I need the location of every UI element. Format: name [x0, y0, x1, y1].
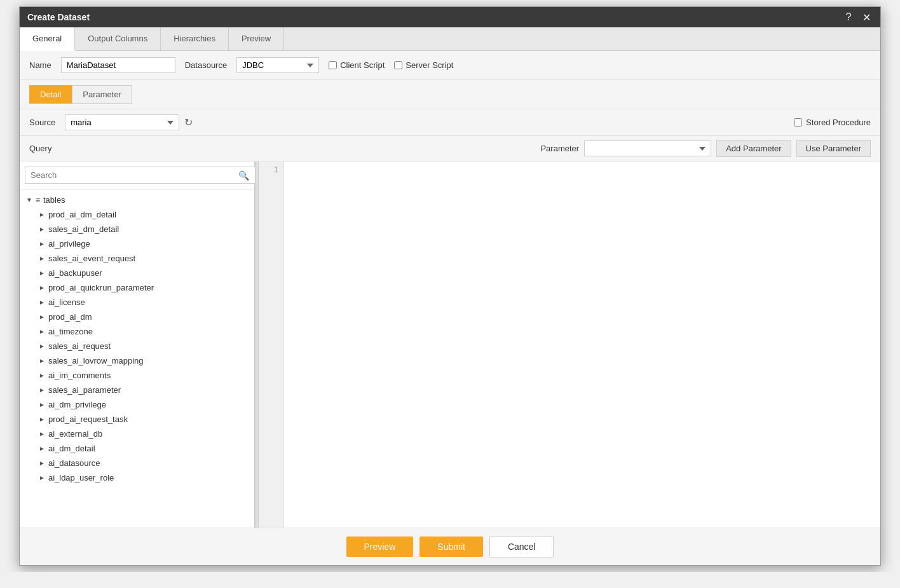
tabs-bar: General Output Columns Hierarchies Previ… — [20, 27, 880, 51]
chevron-right-icon: ► — [39, 445, 45, 452]
refresh-button[interactable]: ↻ — [184, 116, 193, 128]
list-item[interactable]: ►ai_dm_detail — [32, 441, 254, 456]
list-item[interactable]: ►sales_ai_lovrow_mapping — [32, 353, 254, 368]
sub-tab-parameter[interactable]: Parameter — [72, 85, 132, 104]
parameter-label: Parameter — [540, 144, 579, 153]
source-select[interactable]: maria — [65, 114, 179, 130]
footer: Preview Submit Cancel — [20, 528, 880, 565]
chevron-right-icon: ► — [39, 284, 45, 291]
list-item[interactable]: ►ai_datasource — [32, 456, 254, 470]
list-item[interactable]: ►ai_timezone — [32, 324, 254, 339]
chevron-right-icon: ► — [39, 270, 45, 277]
list-item[interactable]: ►ai_im_comments — [32, 368, 254, 383]
list-item[interactable]: ►prod_ai_request_task — [32, 412, 254, 427]
search-input[interactable] — [25, 167, 256, 184]
chevron-right-icon: ► — [39, 401, 45, 408]
close-button[interactable]: ✕ — [860, 11, 873, 24]
right-panel: 1 — [259, 161, 880, 528]
line-numbers: 1 — [259, 161, 284, 528]
chevron-right-icon: ► — [39, 313, 45, 320]
chevron-right-icon: ► — [39, 357, 45, 364]
datasource-label: Datasource — [185, 60, 227, 70]
left-panel: 🔍 ▼ ≡ tables ►prod_ai_dm_detail ►sales_a… — [20, 161, 255, 528]
line-number-1: 1 — [259, 165, 278, 174]
chevron-right-icon: ► — [39, 211, 45, 218]
list-item[interactable]: ►sales_ai_dm_detail — [32, 222, 254, 236]
server-script-checkbox-label[interactable]: Server Script — [394, 60, 453, 70]
list-item[interactable]: ►sales_ai_event_request — [32, 251, 254, 266]
tab-hierarchies[interactable]: Hierarchies — [161, 27, 229, 50]
chevron-right-icon: ► — [39, 430, 45, 437]
list-item[interactable]: ►ai_privilege — [32, 236, 254, 251]
search-box: 🔍 — [20, 161, 254, 189]
list-item[interactable]: ►prod_ai_dm — [32, 310, 254, 324]
list-item[interactable]: ►ai_license — [32, 295, 254, 310]
source-label: Source — [29, 118, 55, 127]
chevron-down-icon: ▼ — [26, 196, 32, 203]
stored-procedure-label: Stored Procedure — [806, 118, 871, 127]
submit-button[interactable]: Submit — [419, 537, 483, 557]
chevron-right-icon: ► — [39, 386, 45, 393]
chevron-right-icon: ► — [39, 299, 45, 306]
header-row: Name Datasource JDBC Client Script Serve… — [20, 51, 880, 80]
chevron-right-icon: ► — [39, 372, 45, 379]
tab-general[interactable]: General — [20, 27, 75, 51]
list-item[interactable]: ►sales_ai_request — [32, 339, 254, 353]
stored-procedure-checkbox[interactable] — [794, 118, 802, 126]
list-item[interactable]: ►ai_dm_privilege — [32, 397, 254, 412]
chevron-right-icon: ► — [39, 416, 45, 423]
main-panel: 🔍 ▼ ≡ tables ►prod_ai_dm_detail ►sales_a… — [20, 161, 880, 528]
server-script-checkbox[interactable] — [394, 61, 402, 69]
list-item[interactable]: ►ai_external_db — [32, 427, 254, 441]
add-parameter-button[interactable]: Add Parameter — [716, 140, 791, 157]
name-label: Name — [29, 60, 51, 70]
chevron-right-icon: ► — [39, 328, 45, 335]
chevron-right-icon: ► — [39, 460, 45, 467]
chevron-right-icon: ► — [39, 255, 45, 262]
chevron-right-icon: ► — [39, 474, 45, 481]
chevron-right-icon: ► — [39, 226, 45, 233]
table-icon: ≡ — [36, 196, 40, 205]
cancel-button[interactable]: Cancel — [489, 536, 554, 557]
client-script-checkbox-label[interactable]: Client Script — [329, 60, 385, 70]
preview-button[interactable]: Preview — [346, 537, 414, 557]
list-item[interactable]: ►ai_backupuser — [32, 266, 254, 280]
list-item[interactable]: ►sales_ai_parameter — [32, 383, 254, 397]
list-item[interactable]: ►ai_ldap_user_role — [32, 470, 254, 485]
help-button[interactable]: ? — [842, 11, 855, 24]
editor-area: 1 — [259, 161, 880, 528]
name-input[interactable] — [61, 57, 175, 73]
title-bar: Create Dataset ? ✕ — [20, 7, 880, 27]
tree-root-label: tables — [43, 195, 65, 205]
client-script-checkbox[interactable] — [329, 61, 337, 69]
tree-root[interactable]: ▼ ≡ tables — [20, 193, 254, 207]
query-label: Query — [29, 144, 55, 153]
dialog-title: Create Dataset — [27, 12, 90, 22]
create-dataset-dialog: Create Dataset ? ✕ General Output Column… — [19, 6, 881, 566]
tab-output-columns[interactable]: Output Columns — [75, 27, 161, 50]
tree-children: ►prod_ai_dm_detail ►sales_ai_dm_detail ►… — [20, 207, 254, 485]
list-item[interactable]: ►prod_ai_quickrun_parameter — [32, 280, 254, 295]
tree-view: ▼ ≡ tables ►prod_ai_dm_detail ►sales_ai_… — [20, 189, 254, 528]
stored-procedure-area: Stored Procedure — [794, 118, 871, 127]
editor-content[interactable] — [284, 161, 880, 528]
tab-preview[interactable]: Preview — [229, 27, 284, 50]
title-bar-actions: ? ✕ — [842, 11, 873, 24]
chevron-right-icon: ► — [39, 343, 45, 350]
sub-tabs: Detail Parameter — [20, 80, 880, 109]
query-row: Query Parameter Add Parameter Use Parame… — [20, 136, 880, 161]
list-item[interactable]: ►prod_ai_dm_detail — [32, 207, 254, 222]
chevron-right-icon: ► — [39, 240, 45, 247]
parameter-select[interactable] — [584, 140, 711, 156]
param-section: Parameter Add Parameter Use Parameter — [540, 140, 871, 157]
use-parameter-button[interactable]: Use Parameter — [796, 140, 871, 157]
search-icon: 🔍 — [238, 170, 249, 181]
sub-tab-detail[interactable]: Detail — [29, 85, 72, 104]
datasource-select[interactable]: JDBC — [236, 57, 319, 73]
source-row: Source maria ↻ Stored Procedure — [20, 109, 880, 136]
source-select-wrap: maria ↻ — [65, 114, 193, 130]
